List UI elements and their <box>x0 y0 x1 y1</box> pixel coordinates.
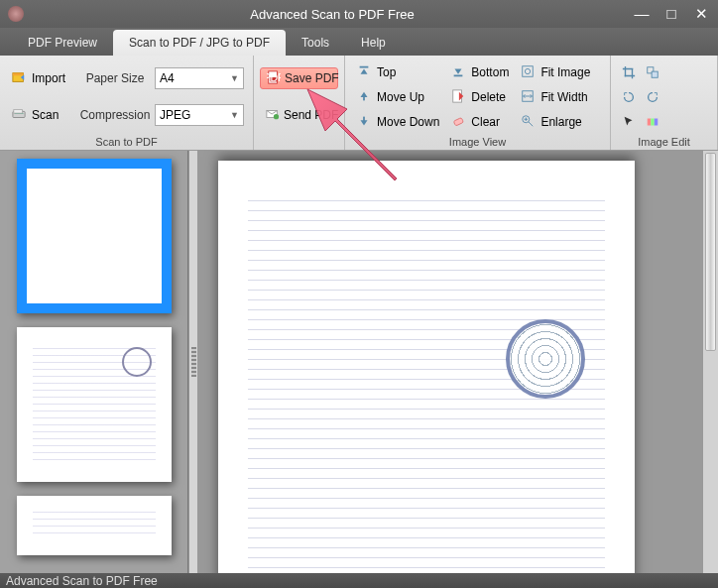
svg-rect-22 <box>648 118 652 125</box>
fit-image-icon <box>521 64 537 80</box>
top-icon <box>357 64 373 80</box>
import-button[interactable]: Import <box>6 67 71 89</box>
tab-scan-to-pdf[interactable]: Scan to PDF / JPG to PDF <box>113 30 286 56</box>
group-label-scan: Scan to PDF <box>6 134 247 148</box>
enlarge-icon <box>521 114 537 130</box>
send-pdf-button[interactable]: Send PDF <box>260 104 338 126</box>
thumbnail-panel <box>0 151 188 573</box>
tab-bar: PDF Preview Scan to PDF / JPG to PDF Too… <box>0 28 718 56</box>
svg-rect-15 <box>454 117 464 125</box>
svg-rect-24 <box>655 118 658 125</box>
paper-size-select[interactable]: A4▼ <box>155 67 244 89</box>
svg-rect-10 <box>360 65 369 67</box>
svg-rect-21 <box>652 71 658 77</box>
bottom-button[interactable]: Bottom <box>445 61 515 83</box>
clear-icon <box>451 114 467 130</box>
paper-size-label: Paper Size <box>75 71 155 85</box>
enlarge-button[interactable]: Enlarge <box>515 111 596 133</box>
move-down-button[interactable]: Move Down <box>351 111 445 133</box>
svg-rect-16 <box>523 65 534 76</box>
svg-point-17 <box>526 68 531 73</box>
svg-rect-23 <box>651 118 655 125</box>
tab-pdf-preview[interactable]: PDF Preview <box>12 30 113 56</box>
svg-rect-13 <box>454 74 463 76</box>
paper-size-value: A4 <box>160 71 175 85</box>
app-icon <box>8 6 24 22</box>
status-bar: Advanced Scan to PDF Free <box>0 573 718 588</box>
scrollbar-thumb[interactable] <box>705 153 716 351</box>
send-pdf-icon <box>266 107 280 123</box>
clear-button[interactable]: Clear <box>445 111 515 133</box>
rotate-right-icon <box>646 90 659 104</box>
chevron-down-icon: ▼ <box>230 73 239 83</box>
rotate-left-button[interactable] <box>617 86 641 108</box>
move-up-button[interactable]: Move Up <box>351 86 445 108</box>
fit-image-button[interactable]: Fit Image <box>515 61 596 83</box>
top-button[interactable]: Top <box>351 61 445 83</box>
svg-rect-1 <box>13 72 24 75</box>
svg-rect-4 <box>14 110 23 114</box>
effects-button[interactable] <box>641 111 664 133</box>
stamp-image <box>506 319 585 399</box>
window-title: Advanced Scan to PDF Free <box>32 7 633 22</box>
compression-label: Compression <box>75 108 155 122</box>
svg-text:PDF: PDF <box>267 70 281 82</box>
resize-button[interactable] <box>641 61 664 83</box>
maximize-button[interactable]: □ <box>662 5 680 23</box>
document-viewport[interactable] <box>198 151 702 573</box>
minimize-button[interactable]: — <box>633 5 651 23</box>
scan-label: Scan <box>32 108 59 122</box>
group-label-imageview: Image View <box>351 134 604 148</box>
status-text: Advanced Scan to PDF Free <box>6 574 158 588</box>
group-label-imageedit: Image Edit <box>617 134 711 148</box>
resize-icon <box>646 65 659 79</box>
title-bar: Advanced Scan to PDF Free — □ ✕ <box>0 0 718 28</box>
crop-button[interactable] <box>617 61 641 83</box>
svg-point-9 <box>274 114 279 119</box>
ribbon: Import Scan Paper Size A4▼ Compression J… <box>0 56 718 151</box>
bottom-icon <box>451 64 467 80</box>
send-pdf-label: Send PDF <box>284 108 338 122</box>
scan-button[interactable]: Scan <box>6 104 71 126</box>
fit-width-icon <box>521 89 537 105</box>
canvas-area <box>198 151 718 573</box>
thumbnail-1[interactable] <box>17 159 172 313</box>
import-icon <box>12 70 28 86</box>
tab-tools[interactable]: Tools <box>286 30 345 56</box>
fit-width-button[interactable]: Fit Width <box>515 86 596 108</box>
effects-icon <box>646 115 659 129</box>
scanner-icon <box>12 107 28 123</box>
rotate-right-button[interactable] <box>641 86 664 108</box>
crop-icon <box>622 65 636 79</box>
compression-select[interactable]: JPEG▼ <box>155 104 244 126</box>
tab-help[interactable]: Help <box>345 30 402 56</box>
close-button[interactable]: ✕ <box>692 5 710 23</box>
compression-value: JPEG <box>160 108 190 122</box>
splitter-grip-icon <box>191 347 196 377</box>
vertical-scrollbar[interactable] <box>702 151 718 573</box>
rotate-left-icon <box>622 90 636 104</box>
thumbnail-2[interactable] <box>17 327 172 482</box>
svg-rect-12 <box>363 116 365 120</box>
delete-button[interactable]: Delete <box>445 86 515 108</box>
scanned-page <box>218 161 635 573</box>
main-area <box>0 151 718 573</box>
save-pdf-label: Save PDF <box>285 71 339 85</box>
delete-icon <box>451 89 467 105</box>
cursor-icon <box>622 115 636 129</box>
chevron-down-icon: ▼ <box>230 110 239 120</box>
move-up-icon <box>357 89 373 105</box>
splitter[interactable] <box>188 151 198 573</box>
select-tool-button[interactable] <box>617 111 641 133</box>
save-pdf-icon: PDF <box>267 70 281 86</box>
save-pdf-button[interactable]: PDFSave PDF <box>260 67 338 89</box>
import-label: Import <box>32 71 65 85</box>
thumbnail-3[interactable] <box>17 496 172 555</box>
svg-rect-11 <box>363 96 365 100</box>
move-down-icon <box>357 114 373 130</box>
